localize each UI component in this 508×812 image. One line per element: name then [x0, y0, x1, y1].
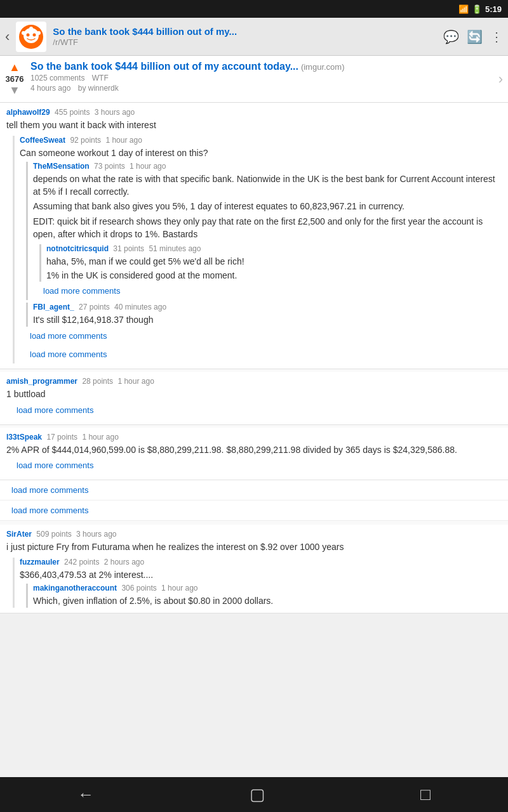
time-ago: 3 hours ago — [76, 530, 116, 539]
reddit-logo — [16, 22, 46, 52]
content-area: ▲ 3676 ▼ So the bank took $444 billion o… — [0, 56, 508, 652]
post-author: by winnerdk — [78, 84, 119, 93]
comment-header: alphawolf29 455 points 3 hours ago — [6, 108, 502, 117]
nested-comment-fuzzmauler: fuzzmauler 242 points 2 hours ago $366,4… — [13, 558, 502, 608]
nested-comment-makinganotheraccount: makinganotheraccount 306 points 1 hour a… — [26, 584, 502, 608]
load-more-button[interactable]: load more comments — [25, 329, 112, 343]
username[interactable]: FBI_agent_ — [33, 303, 74, 311]
menu-icon[interactable]: ⋮ — [490, 29, 503, 44]
comment-body: Which, given inflation of 2.5%, is about… — [33, 595, 502, 608]
time-ago: 1 hour ago — [117, 377, 154, 386]
back-button[interactable]: ‹ — [5, 29, 10, 45]
username[interactable]: l33tSpeak — [6, 433, 42, 442]
load-more-button-2[interactable]: load more comments — [25, 347, 112, 362]
load-more-button-2[interactable]: load more comments — [6, 503, 93, 518]
time-ago: 3 hours ago — [95, 108, 135, 117]
battery-icon: 🔋 — [472, 4, 482, 14]
nested-comment-fbi-agent: FBI_agent_ 27 points 40 minutes ago It's… — [26, 303, 502, 327]
comment-body-3: EDIT: quick bit if research shows they o… — [33, 216, 502, 240]
username[interactable]: makinganotheraccount — [33, 584, 117, 593]
svg-point-3 — [33, 33, 36, 36]
post-flair: WTF — [92, 74, 109, 82]
load-more-l33t: load more comments — [6, 456, 502, 475]
status-bar: 📶 🔋 5:19 — [0, 0, 508, 18]
points: 27 points — [79, 303, 110, 311]
post-expand-arrow[interactable]: › — [495, 61, 503, 97]
post-title-area: So the bank took $444 billion out of my.… — [53, 26, 443, 47]
upvote-button[interactable]: ▲ — [9, 61, 20, 74]
post-link[interactable]: So the bank took $444 billion out of my … — [30, 61, 298, 72]
load-more-fbi: load more comments — [20, 327, 502, 345]
post-time-meta: 4 hours ago by winnerdk — [30, 84, 495, 93]
comment-header: fuzzmauler 242 points 2 hours ago — [20, 558, 502, 566]
comment-header: amish_programmer 28 points 1 hour ago — [6, 377, 502, 386]
load-more-1: load more comments — [33, 282, 502, 300]
time-ago: 1 hour ago — [105, 136, 142, 145]
nested-comment-notnotcitricsquid: notnotcitricsquid 31 points 51 minutes a… — [39, 244, 502, 282]
points: 28 points — [82, 377, 113, 386]
refresh-icon[interactable]: 🔄 — [467, 29, 483, 44]
vote-count: 3676 — [6, 74, 24, 84]
comment-header: SirAter 509 points 3 hours ago — [6, 530, 502, 539]
time-ago: 1 hour ago — [82, 433, 118, 442]
time-ago: 51 minutes ago — [149, 244, 201, 253]
comment-count: 1025 comments — [30, 74, 84, 82]
username[interactable]: CoffeeSweat — [20, 136, 65, 145]
comment-header: notnotcitricsquid 31 points 51 minutes a… — [46, 244, 502, 253]
comment-body-2: Assuming that bank also gives you 5%, 1 … — [33, 200, 502, 213]
points: 509 points — [36, 530, 71, 539]
comment-header: FBI_agent_ 27 points 40 minutes ago — [33, 303, 502, 311]
username[interactable]: alphawolf29 — [6, 108, 50, 117]
username[interactable]: notnotcitricsquid — [46, 244, 109, 253]
load-more-button[interactable]: load more comments — [11, 458, 98, 473]
username[interactable]: TheMSensation — [33, 162, 90, 171]
comment-body: i just picture Fry from Futurama when he… — [6, 541, 502, 554]
comment-body: It's still $12,164,918.37 though — [33, 314, 502, 327]
time-ago: 40 minutes ago — [114, 303, 166, 311]
comment-amish-programmer: amish_programmer 28 points 1 hour ago 1 … — [0, 372, 508, 425]
comment-header: CoffeeSweat 92 points 1 hour ago — [20, 136, 502, 145]
points: 92 points — [70, 136, 101, 145]
comment-icon[interactable]: 💬 — [443, 29, 459, 44]
comment-line-1: haha, 5%, man if we could get 5% we'd al… — [46, 256, 502, 268]
subreddit-label: /r/WTF — [53, 37, 443, 47]
post-title: So the bank took $444 billion out of my.… — [53, 26, 443, 37]
nested-comment-themsensation: TheMSensation 73 points 1 hour ago depen… — [26, 162, 502, 300]
username[interactable]: fuzzmauler — [20, 558, 60, 566]
points: 31 points — [113, 244, 144, 253]
comment-body: Can someone workout 1 day of interest on… — [20, 147, 502, 160]
comment-header: TheMSensation 73 points 1 hour ago — [33, 162, 502, 171]
downvote-button[interactable]: ▼ — [9, 84, 20, 97]
points: 455 points — [55, 108, 90, 117]
load-more-button[interactable]: load more comments — [38, 284, 125, 298]
time-ago: 2 hours ago — [104, 558, 144, 566]
load-more-fbi-2: load more comments — [20, 345, 502, 363]
username[interactable]: amish_programmer — [6, 377, 77, 386]
comment-line-2: 1% in the UK is considered good at the m… — [46, 270, 502, 282]
load-more-button[interactable]: load more comments — [6, 483, 93, 497]
comment-body: 1 buttload — [6, 388, 502, 401]
comment-body: tell them you want it back with interest — [6, 119, 502, 132]
comment-body: $366,403,479.53 at 2% interest.... — [20, 569, 502, 582]
comment-sirater: SirAter 509 points 3 hours ago i just pi… — [0, 525, 508, 613]
wifi-icon: 📶 — [458, 4, 469, 14]
comment-header: makinganotheraccount 306 points 1 hour a… — [33, 584, 502, 593]
comment-alphawolf29: alphawolf29 455 points 3 hours ago tell … — [0, 103, 508, 369]
comments-section: alphawolf29 455 points 3 hours ago tell … — [0, 103, 508, 613]
load-more-amish: load more comments — [6, 401, 502, 419]
load-more-button[interactable]: load more comments — [11, 403, 98, 417]
username[interactable]: SirAter — [6, 530, 32, 539]
comment-body: 2% APR of $444,014,960,599.00 is $8,880,… — [6, 444, 502, 457]
svg-point-7 — [22, 31, 25, 35]
points: 17 points — [46, 433, 77, 442]
post-info: So the bank took $444 billion out of my … — [30, 61, 495, 97]
comment-body-1: depends on what the rate is with that sp… — [33, 173, 502, 198]
load-more-standalone-2: load more comments — [0, 501, 508, 521]
comment-l33tspeak: l33tSpeak 17 points 1 hour ago 2% APR of… — [0, 428, 508, 481]
nested-comment-coffeesweat: CoffeeSweat 92 points 1 hour ago Can som… — [13, 136, 502, 363]
status-icons: 📶 🔋 5:19 — [458, 4, 502, 14]
load-more-standalone-1: load more comments — [0, 480, 508, 501]
top-actions: 💬 🔄 ⋮ — [443, 29, 503, 44]
time-ago: 1 hour ago — [161, 584, 197, 593]
points: 73 points — [94, 162, 125, 171]
